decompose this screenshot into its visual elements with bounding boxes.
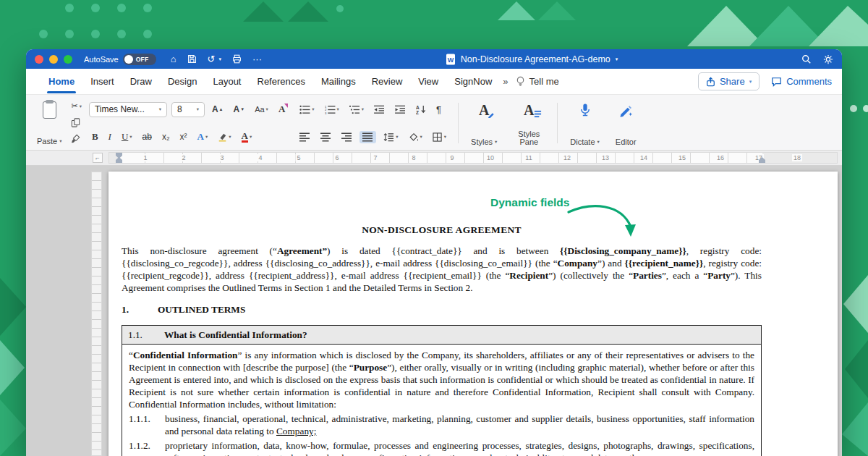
zoom-button[interactable] <box>64 55 72 64</box>
superscript-button[interactable]: x² <box>177 130 190 143</box>
shrink-font-button[interactable]: A▼ <box>231 103 248 116</box>
text-effects-button[interactable]: A▾ <box>195 130 211 144</box>
tab-selector[interactable]: ⌐ <box>93 153 103 163</box>
document-page[interactable]: Dynamic fields NON-DISCLOSURE AGREEMENT … <box>109 172 838 456</box>
page-content[interactable]: NON-DISCLOSURE AGREEMENT This non-disclo… <box>122 172 762 456</box>
tab-home[interactable]: Home <box>41 69 82 93</box>
document-title-area[interactable]: W Non-Disclosure Agreement-AG-demo ▾ <box>262 54 801 65</box>
grow-font-button[interactable]: A▲ <box>209 103 226 116</box>
section-number: 1. <box>122 303 158 316</box>
close-button[interactable] <box>35 55 43 64</box>
minimize-button[interactable] <box>49 55 58 64</box>
borders-icon <box>433 132 443 142</box>
autosave-toggle[interactable]: OFF <box>123 54 156 65</box>
shading-button[interactable]: ▾ <box>406 131 425 143</box>
section-title: OUTLINED TERMS <box>158 303 245 316</box>
share-button[interactable]: Share ▾ <box>698 72 760 90</box>
font-size-select[interactable]: 8▾ <box>171 102 205 117</box>
numbering-button[interactable]: 1 2 3 ▾ <box>322 104 342 116</box>
sort-button[interactable]: A Z <box>413 104 429 116</box>
toggle-knob <box>124 55 133 64</box>
tab-row: HomeInsertDrawDesignLayoutReferencesMail… <box>26 69 842 94</box>
list-item-number: 1.1.2. <box>129 439 165 456</box>
clause-number: 1.1. <box>128 329 164 341</box>
align-center-button[interactable] <box>318 131 334 143</box>
styles-button[interactable]: A Styles▾ <box>466 99 502 147</box>
tab-signnow[interactable]: SignNow <box>446 69 500 93</box>
tab-insert[interactable]: Insert <box>82 69 122 93</box>
tab-draw[interactable]: Draw <box>122 69 160 93</box>
autosave-control[interactable]: AutoSave OFF <box>84 54 156 65</box>
cut-button[interactable]: ✂▾ <box>71 101 81 111</box>
highlight-button[interactable]: ▾ <box>215 131 234 143</box>
tab-mailings[interactable]: Mailings <box>313 69 364 93</box>
tell-me-button[interactable]: Tell me <box>516 76 559 87</box>
strikethrough-button[interactable]: ab <box>140 130 155 143</box>
paste-button[interactable]: Paste▾ <box>32 99 67 147</box>
styles-label: Styles <box>471 138 493 146</box>
share-caret-icon: ▾ <box>749 79 752 85</box>
font-name-select[interactable]: Times New...▾ <box>89 102 167 117</box>
outdent-button[interactable] <box>371 104 388 116</box>
font-color-button[interactable]: A▾ <box>239 130 255 144</box>
italic-button[interactable]: I <box>106 130 114 144</box>
title-caret-icon[interactable]: ▾ <box>616 56 618 62</box>
clipboard-group: Paste▾ ✂▾ <box>32 99 82 147</box>
format-painter-button[interactable] <box>71 133 81 144</box>
align-justify-button[interactable] <box>359 131 376 143</box>
clause-header-row: 1.1. What is Confidential Information? <box>122 326 761 345</box>
change-case-button[interactable]: Aa▾ <box>252 104 271 115</box>
word-doc-icon: W <box>446 54 456 65</box>
ribbon-separator <box>458 103 459 143</box>
bold-button[interactable]: B <box>89 130 101 144</box>
styles-icon: A <box>479 102 489 119</box>
titlebar: AutoSave OFF ⌂ ↺ ▾ ··· W Non-Disclosure … <box>26 49 842 69</box>
editor-button[interactable]: Editor <box>610 99 642 147</box>
indent-button[interactable] <box>392 104 409 116</box>
ribbon-tabs: HomeInsertDrawDesignLayoutReferencesMail… <box>41 69 500 93</box>
tab-design[interactable]: Design <box>160 69 205 93</box>
align-right-icon <box>341 132 352 142</box>
borders-button[interactable]: ▾ <box>430 131 449 143</box>
copy-button[interactable] <box>71 117 81 128</box>
paragraph-group: ▾ 1 2 3 ▾ ▾ <box>295 99 451 147</box>
settings-icon[interactable] <box>823 54 833 64</box>
dictate-button[interactable]: Dictate▾ <box>565 99 605 147</box>
home-icon[interactable]: ⌂ <box>171 54 176 64</box>
tab-overflow-chevron[interactable]: » <box>503 76 508 87</box>
line-spacing-button[interactable]: ▾ <box>380 131 401 143</box>
bullets-button[interactable]: ▾ <box>297 104 317 116</box>
tell-me-label: Tell me <box>529 76 559 87</box>
list-item-number: 1.1.1. <box>129 413 165 437</box>
clear-format-button[interactable]: A <box>276 102 288 117</box>
multilevel-list-button[interactable]: ▾ <box>346 104 367 116</box>
comments-button[interactable]: Comments <box>771 76 832 87</box>
tab-view[interactable]: View <box>410 69 446 93</box>
tab-review[interactable]: Review <box>364 69 411 93</box>
search-icon[interactable] <box>801 54 812 64</box>
undo-icon[interactable]: ↺ <box>208 54 216 64</box>
ribbon-separator <box>557 103 558 143</box>
align-left-button[interactable] <box>297 131 313 143</box>
save-icon[interactable] <box>187 54 197 64</box>
svg-text:3: 3 <box>325 111 327 114</box>
more-icon[interactable]: ··· <box>252 54 262 64</box>
align-right-button[interactable] <box>339 131 355 143</box>
comments-label: Comments <box>786 76 832 87</box>
subscript-button[interactable]: x₂ <box>159 130 173 143</box>
tab-references[interactable]: References <box>250 69 313 93</box>
line-spacing-icon <box>383 132 394 142</box>
underline-button[interactable]: U▾ <box>119 130 135 144</box>
clause-paragraph: “Confidential Information” is any inform… <box>129 349 754 410</box>
ruler-number: 16 <box>715 154 726 161</box>
styles-pane-button[interactable]: A Styles Pane <box>508 99 550 147</box>
pilcrow-button[interactable]: ¶ <box>433 103 444 117</box>
undo-caret-icon[interactable]: ▾ <box>218 56 221 62</box>
comment-icon <box>771 77 782 87</box>
tab-layout[interactable]: Layout <box>205 69 249 93</box>
ruler-number: 10 <box>485 154 495 161</box>
horizontal-ruler[interactable]: 123456789101112131415161718 <box>109 152 838 164</box>
clause-title: What is Confidential Information? <box>164 329 307 341</box>
print-icon[interactable] <box>232 54 242 64</box>
vertical-ruler[interactable] <box>91 172 102 456</box>
